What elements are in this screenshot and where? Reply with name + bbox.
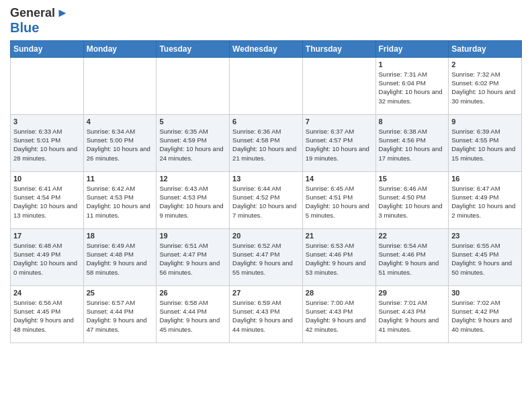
weekday-header-saturday: Saturday [449, 40, 522, 57]
day-cell: 7Sunrise: 6:37 AMSunset: 4:57 PMDaylight… [302, 114, 375, 171]
day-info: Sunrise: 6:47 AMSunset: 4:49 PMDaylight:… [451, 184, 519, 220]
day-number: 28 [306, 289, 373, 297]
week-row-5: 24Sunrise: 6:56 AMSunset: 4:45 PMDayligh… [11, 285, 522, 342]
day-info: Sunrise: 6:46 AMSunset: 4:50 PMDaylight:… [379, 184, 446, 220]
day-number: 21 [306, 232, 373, 240]
day-cell: 26Sunrise: 6:58 AMSunset: 4:44 PMDayligh… [157, 285, 230, 342]
day-cell: 20Sunrise: 6:52 AMSunset: 4:47 PMDayligh… [230, 228, 303, 285]
day-cell [157, 57, 230, 114]
day-cell: 5Sunrise: 6:35 AMSunset: 4:59 PMDaylight… [157, 114, 230, 171]
day-number: 13 [232, 175, 300, 183]
day-cell [83, 57, 157, 114]
day-number: 3 [13, 118, 81, 126]
day-info: Sunrise: 6:37 AMSunset: 4:57 PMDaylight:… [306, 127, 373, 163]
weekday-header-monday: Monday [83, 40, 157, 57]
day-info: Sunrise: 7:00 AMSunset: 4:43 PMDaylight:… [306, 298, 373, 334]
day-cell: 23Sunrise: 6:55 AMSunset: 4:45 PMDayligh… [449, 228, 522, 285]
day-info: Sunrise: 6:58 AMSunset: 4:44 PMDaylight:… [159, 298, 226, 334]
day-info: Sunrise: 6:52 AMSunset: 4:47 PMDaylight:… [232, 241, 300, 277]
day-cell: 24Sunrise: 6:56 AMSunset: 4:45 PMDayligh… [11, 285, 84, 342]
day-cell [230, 57, 303, 114]
day-info: Sunrise: 6:55 AMSunset: 4:45 PMDaylight:… [451, 241, 519, 277]
day-cell: 2Sunrise: 7:32 AMSunset: 6:02 PMDaylight… [449, 57, 522, 114]
day-number: 24 [13, 289, 81, 297]
day-number: 30 [451, 289, 519, 297]
weekday-header-tuesday: Tuesday [157, 40, 230, 57]
day-cell: 29Sunrise: 7:01 AMSunset: 4:43 PMDayligh… [375, 285, 449, 342]
calendar-body: 1Sunrise: 7:31 AMSunset: 6:04 PMDaylight… [11, 57, 522, 342]
day-number: 23 [451, 232, 519, 240]
logo-blue-text: Blue [10, 20, 39, 35]
day-number: 17 [13, 232, 81, 240]
day-info: Sunrise: 7:31 AMSunset: 6:04 PMDaylight:… [379, 70, 446, 105]
day-cell: 21Sunrise: 6:53 AMSunset: 4:46 PMDayligh… [302, 228, 375, 285]
weekday-header-thursday: Thursday [302, 40, 375, 57]
day-number: 19 [159, 232, 226, 240]
week-row-3: 10Sunrise: 6:41 AMSunset: 4:54 PMDayligh… [11, 171, 522, 228]
weekday-header-friday: Friday [375, 40, 449, 57]
day-info: Sunrise: 6:56 AMSunset: 4:45 PMDaylight:… [13, 298, 81, 334]
day-number: 16 [451, 175, 519, 183]
day-cell: 28Sunrise: 7:00 AMSunset: 4:43 PMDayligh… [302, 285, 375, 342]
day-cell: 8Sunrise: 6:38 AMSunset: 4:56 PMDaylight… [375, 114, 449, 171]
day-cell: 19Sunrise: 6:51 AMSunset: 4:47 PMDayligh… [157, 228, 230, 285]
day-info: Sunrise: 6:45 AMSunset: 4:51 PMDaylight:… [306, 184, 373, 220]
day-cell: 11Sunrise: 6:42 AMSunset: 4:53 PMDayligh… [83, 171, 157, 228]
day-info: Sunrise: 7:01 AMSunset: 4:43 PMDaylight:… [379, 298, 446, 334]
day-info: Sunrise: 6:59 AMSunset: 4:43 PMDaylight:… [232, 298, 300, 334]
day-cell: 14Sunrise: 6:45 AMSunset: 4:51 PMDayligh… [302, 171, 375, 228]
day-info: Sunrise: 6:36 AMSunset: 4:58 PMDaylight:… [232, 127, 300, 163]
day-number: 12 [159, 175, 226, 183]
day-number: 18 [87, 232, 154, 240]
day-number: 10 [13, 175, 81, 183]
day-cell: 30Sunrise: 7:02 AMSunset: 4:42 PMDayligh… [449, 285, 522, 342]
day-number: 6 [232, 118, 300, 126]
day-number: 8 [379, 118, 446, 126]
day-number: 27 [232, 289, 300, 297]
day-info: Sunrise: 6:54 AMSunset: 4:46 PMDaylight:… [379, 241, 446, 277]
day-cell: 12Sunrise: 6:43 AMSunset: 4:53 PMDayligh… [157, 171, 230, 228]
day-number: 29 [379, 289, 446, 297]
day-info: Sunrise: 6:41 AMSunset: 4:54 PMDaylight:… [13, 184, 81, 220]
day-number: 25 [87, 289, 154, 297]
day-cell: 10Sunrise: 6:41 AMSunset: 4:54 PMDayligh… [11, 171, 84, 228]
week-row-4: 17Sunrise: 6:48 AMSunset: 4:49 PMDayligh… [11, 228, 522, 285]
week-row-1: 1Sunrise: 7:31 AMSunset: 6:04 PMDaylight… [11, 57, 522, 114]
day-info: Sunrise: 7:02 AMSunset: 4:42 PMDaylight:… [451, 298, 519, 334]
day-info: Sunrise: 6:57 AMSunset: 4:44 PMDaylight:… [87, 298, 154, 334]
day-number: 11 [87, 175, 154, 183]
day-number: 22 [379, 232, 446, 240]
day-cell: 25Sunrise: 6:57 AMSunset: 4:44 PMDayligh… [83, 285, 157, 342]
day-info: Sunrise: 6:33 AMSunset: 5:01 PMDaylight:… [13, 127, 81, 163]
weekday-header-sunday: Sunday [11, 40, 84, 57]
calendar-header: SundayMondayTuesdayWednesdayThursdayFrid… [11, 40, 522, 57]
day-number: 5 [159, 118, 226, 126]
day-info: Sunrise: 6:49 AMSunset: 4:48 PMDaylight:… [87, 241, 154, 277]
day-info: Sunrise: 6:43 AMSunset: 4:53 PMDaylight:… [159, 184, 226, 220]
day-info: Sunrise: 6:42 AMSunset: 4:53 PMDaylight:… [87, 184, 154, 220]
weekday-header-row: SundayMondayTuesdayWednesdayThursdayFrid… [11, 40, 522, 57]
day-cell: 4Sunrise: 6:34 AMSunset: 5:00 PMDaylight… [83, 114, 157, 171]
logo: General► Blue [10, 7, 69, 35]
day-cell: 22Sunrise: 6:54 AMSunset: 4:46 PMDayligh… [375, 228, 449, 285]
day-info: Sunrise: 6:38 AMSunset: 4:56 PMDaylight:… [379, 127, 446, 163]
logo-text: General► [10, 7, 69, 20]
day-info: Sunrise: 6:51 AMSunset: 4:47 PMDaylight:… [159, 241, 226, 277]
day-cell: 18Sunrise: 6:49 AMSunset: 4:48 PMDayligh… [83, 228, 157, 285]
week-row-2: 3Sunrise: 6:33 AMSunset: 5:01 PMDaylight… [11, 114, 522, 171]
day-cell [11, 57, 84, 114]
day-number: 2 [451, 60, 519, 68]
day-info: Sunrise: 6:48 AMSunset: 4:49 PMDaylight:… [13, 241, 81, 277]
day-number: 14 [306, 175, 373, 183]
day-number: 26 [159, 289, 226, 297]
day-number: 1 [379, 60, 446, 68]
day-number: 20 [232, 232, 300, 240]
day-cell: 17Sunrise: 6:48 AMSunset: 4:49 PMDayligh… [11, 228, 84, 285]
day-number: 15 [379, 175, 446, 183]
day-info: Sunrise: 6:39 AMSunset: 4:55 PMDaylight:… [451, 127, 519, 163]
day-cell: 9Sunrise: 6:39 AMSunset: 4:55 PMDaylight… [449, 114, 522, 171]
day-cell: 1Sunrise: 7:31 AMSunset: 6:04 PMDaylight… [375, 57, 449, 114]
day-number: 7 [306, 118, 373, 126]
day-cell: 3Sunrise: 6:33 AMSunset: 5:01 PMDaylight… [11, 114, 84, 171]
day-cell: 6Sunrise: 6:36 AMSunset: 4:58 PMDaylight… [230, 114, 303, 171]
